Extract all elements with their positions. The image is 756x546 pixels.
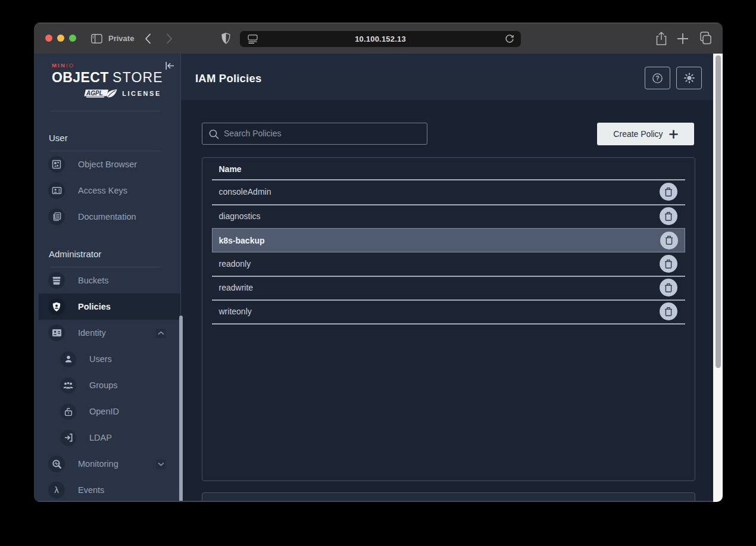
svg-text:λ: λ xyxy=(54,485,59,495)
svg-text:?: ? xyxy=(655,74,659,82)
svg-text:AGPL: AGPL xyxy=(86,90,103,96)
